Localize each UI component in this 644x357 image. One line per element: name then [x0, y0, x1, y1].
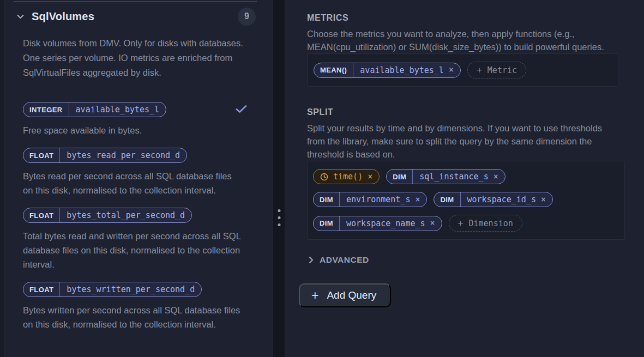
schema-panel: SqlVolumes 9 Disk volumes from DMV. Only… [0, 0, 273, 357]
split-chip-sql-instance[interactable]: DIM sql_instance_s × [386, 169, 505, 184]
split-heading: SPLIT [307, 107, 644, 117]
chevron-down-icon[interactable] [17, 14, 24, 19]
field-type-label: FLOAT [23, 208, 59, 222]
field-list: INTEGER available_bytes_l Free space ava… [23, 102, 257, 331]
add-dimension-label: Dimension [469, 219, 513, 228]
field-chip-bytes-written[interactable]: FLOAT bytes_written_per_second_d [23, 282, 202, 297]
add-metric-label: Metric [487, 65, 517, 75]
field-description: Bytes read per second across all SQL dat… [23, 169, 241, 197]
schema-section-sqlvolumes: SqlVolumes 9 Disk volumes from DMV. Only… [14, 1, 257, 331]
advanced-section-toggle[interactable]: ADVANCED [309, 255, 644, 265]
section-title: SqlVolumes [32, 10, 94, 23]
dimension-name-label: environment_s [346, 195, 410, 204]
section-description: Disk volumes from DMV. Only for disks wi… [23, 36, 254, 80]
metrics-description: Choose the metrics you want to analyze, … [307, 27, 622, 53]
chip-divider [59, 282, 60, 297]
field-name-label: bytes_total_per_second_d [60, 208, 191, 222]
time-chip-label: time() [333, 172, 363, 181]
field-name-label: available_bytes_l [69, 102, 166, 117]
field-name-label: bytes_written_per_second_d [60, 282, 201, 297]
check-icon [236, 105, 247, 113]
chip-divider [339, 216, 340, 231]
metrics-box: MEAN() available_bytes_l × + Metric [307, 53, 618, 87]
metrics-heading: METRICS [307, 13, 644, 23]
field-type-label: FLOAT [23, 282, 59, 297]
add-metric-button[interactable]: + Metric [467, 62, 526, 78]
split-chip-workspace-id[interactable]: DIM workspace_id_s × [434, 192, 553, 207]
field-available-bytes: INTEGER available_bytes_l Free space ava… [23, 102, 257, 137]
add-query-label: Add Query [327, 289, 376, 301]
field-bytes-total: FLOAT bytes_total_per_second_d Total byt… [23, 208, 257, 271]
metric-field-label: available_bytes_l [360, 65, 444, 75]
close-icon[interactable]: × [541, 196, 546, 204]
clock-icon [320, 173, 328, 181]
chip-divider [353, 63, 353, 77]
add-dimension-button[interactable]: + Dimension [449, 215, 522, 232]
query-builder-panel: METRICS Choose the metrics you want to a… [285, 0, 644, 357]
drag-handle-dots[interactable] [278, 209, 280, 226]
field-type-label: FLOAT [23, 148, 59, 162]
field-name-label: bytes_read_per_second_d [60, 148, 186, 162]
dimension-name-label: workspace_name_s [346, 219, 425, 228]
split-chip-environment[interactable]: DIM environment_s × [313, 192, 427, 207]
field-chip-bytes-total[interactable]: FLOAT bytes_total_per_second_d [23, 208, 192, 223]
metric-function-label[interactable]: MEAN() [314, 63, 353, 77]
field-count-badge: 9 [238, 8, 256, 26]
plus-icon: + [311, 289, 318, 302]
add-query-button[interactable]: + Add Query [299, 283, 391, 307]
split-description: Split your results by time and by dimens… [307, 122, 619, 161]
dim-tag: DIM [387, 170, 412, 184]
chip-divider [339, 192, 340, 207]
chevron-right-icon [309, 256, 314, 264]
dim-tag: DIM [314, 216, 339, 231]
close-icon[interactable]: × [368, 173, 372, 181]
dimension-name-label: workspace_id_s [467, 195, 536, 204]
split-box: time() × DIM sql_instance_s × DIM enviro… [307, 161, 625, 240]
split-chip-time[interactable]: time() × [313, 169, 380, 184]
chip-divider [460, 192, 461, 207]
field-chip-bytes-read[interactable]: FLOAT bytes_read_per_second_d [23, 148, 187, 163]
close-icon[interactable]: × [493, 173, 498, 181]
field-chip-available-bytes[interactable]: INTEGER available_bytes_l [23, 102, 166, 117]
chip-divider [69, 102, 69, 117]
field-description: Total bytes read and written per second … [23, 229, 241, 271]
split-chip-workspace-name[interactable]: DIM workspace_name_s × [313, 216, 442, 231]
field-description: Free space available in bytes. [23, 123, 241, 137]
close-icon[interactable]: × [449, 66, 454, 74]
close-icon[interactable]: × [430, 219, 435, 227]
dimension-name-label: sql_instance_s [419, 172, 488, 181]
advanced-label: ADVANCED [320, 255, 369, 265]
dim-tag: DIM [434, 192, 460, 207]
plus-icon: + [458, 218, 464, 229]
dim-tag: DIM [314, 192, 339, 207]
close-icon[interactable]: × [415, 196, 420, 204]
chip-divider [59, 208, 60, 222]
plus-icon: + [477, 65, 482, 76]
field-description: Bytes written per second across all SQL … [23, 303, 241, 331]
section-header[interactable]: SqlVolumes 9 [14, 7, 257, 26]
field-type-label: INTEGER [23, 102, 69, 117]
field-bytes-read: FLOAT bytes_read_per_second_d Bytes read… [23, 148, 257, 197]
field-bytes-written: FLOAT bytes_written_per_second_d Bytes w… [23, 282, 257, 331]
metric-chip-mean[interactable]: MEAN() available_bytes_l × [314, 63, 461, 78]
chip-divider [412, 170, 413, 184]
panel-resize-divider[interactable] [273, 0, 285, 357]
chip-divider [59, 148, 60, 162]
